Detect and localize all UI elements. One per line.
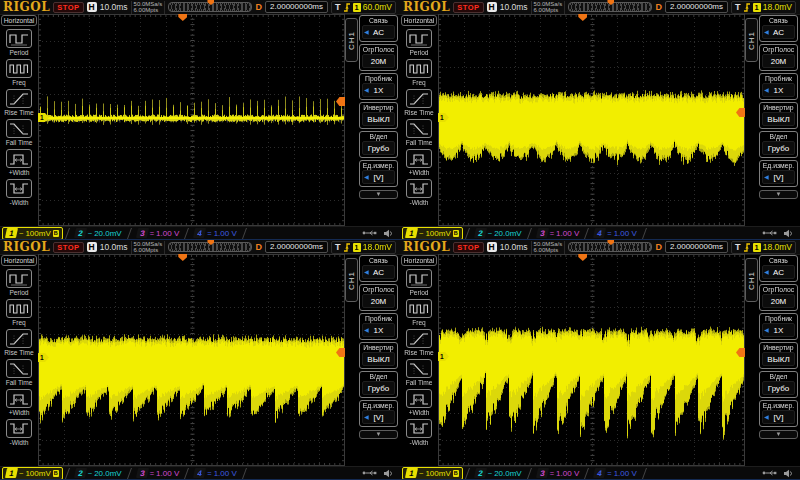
softkey-item[interactable]: Связь ◀ AC	[359, 255, 398, 282]
measurement-item[interactable]: Fall Time	[4, 359, 33, 386]
measurement-item[interactable]: Fall Time	[4, 119, 33, 146]
measurement-item[interactable]: Fall Time	[404, 119, 433, 146]
measurement-item[interactable]: Freq	[404, 299, 433, 326]
menu-more-indicator[interactable]: ▼	[359, 190, 398, 199]
softkey-value-text: Грубо	[368, 144, 389, 153]
trigger-delay-value[interactable]: 2.00000000ms	[265, 1, 328, 13]
trigger-info-block[interactable]: T 1 18.0mV	[731, 241, 796, 254]
softkey-item[interactable]: Инвертир ◀ ВЫКЛ	[759, 102, 798, 129]
menu-more-indicator[interactable]: ▼	[759, 430, 798, 439]
measurement-label: +Width	[409, 409, 430, 416]
run-status-badge[interactable]: STOP	[453, 2, 483, 13]
trigger-info-block[interactable]: T 1 18.0mV	[331, 241, 396, 254]
channel-block[interactable]: 2 ~ 20.0mV	[72, 228, 125, 239]
measurement-item[interactable]: Freq	[4, 59, 33, 86]
channel-block[interactable]: 1 ~ 100mV B	[2, 227, 63, 240]
menu-more-indicator[interactable]: ▼	[359, 430, 398, 439]
softkey-item[interactable]: ОгрПолос ◀ 20M	[359, 284, 398, 311]
tab-ch1[interactable]: CH1	[745, 18, 758, 62]
channel-block[interactable]: 1 ~ 100mV B	[402, 467, 463, 480]
measurement-item[interactable]: +Width	[4, 389, 33, 416]
softkey-item[interactable]: ОгрПолос ◀ 20M	[359, 44, 398, 71]
memory-position-bar[interactable]	[168, 2, 251, 12]
channel-block[interactable]: 4 = 1.00 V	[191, 228, 240, 239]
run-status-badge[interactable]: STOP	[453, 242, 483, 253]
softkey-item[interactable]: Пробник ◀ 1X	[759, 73, 798, 100]
channel-block[interactable]: 1 ~ 100mV B	[2, 467, 63, 480]
softkey-item[interactable]: Пробник ◀ 1X	[359, 313, 398, 340]
measurement-item[interactable]: +Width	[404, 389, 433, 416]
measurement-item[interactable]: Freq	[4, 299, 33, 326]
channel-block[interactable]: 4 = 1.00 V	[591, 228, 640, 239]
softkey-value: ◀ [V]	[362, 410, 395, 424]
memory-position-bar[interactable]	[568, 2, 651, 12]
memory-position-bar[interactable]	[568, 242, 651, 252]
measurement-item[interactable]: -Width	[4, 419, 33, 446]
softkey-item[interactable]: Пробник ◀ 1X	[759, 313, 798, 340]
measurement-item[interactable]: +Width	[404, 149, 433, 176]
channel-separator	[127, 468, 132, 479]
tab-ch1[interactable]: CH1	[745, 258, 758, 302]
measurement-item[interactable]: -Width	[404, 179, 433, 206]
softkey-item[interactable]: В/дел ◀ Грубо	[759, 371, 798, 398]
softkey-label: Связь	[360, 16, 397, 24]
memory-position-bar[interactable]	[168, 242, 251, 252]
softkey-item[interactable]: Пробник ◀ 1X	[359, 73, 398, 100]
channel-block[interactable]: 3 = 1.00 V	[534, 468, 583, 479]
measurement-item[interactable]: -Width	[4, 179, 33, 206]
trigger-info-block[interactable]: T 1 60.0mV	[331, 1, 396, 14]
softkey-item[interactable]: ОгрПолос ◀ 20M	[759, 284, 798, 311]
measurement-item[interactable]: Rise Time	[4, 329, 33, 356]
softkey-item[interactable]: Ед.измер. ◀ [V]	[359, 400, 398, 427]
softkey-item[interactable]: Связь ◀ AC	[759, 255, 798, 282]
trigger-delay-value[interactable]: 2.00000000ms	[665, 1, 728, 13]
softkey-item[interactable]: Инвертир ◀ ВЫКЛ	[359, 342, 398, 369]
measurement-item[interactable]: Period	[4, 269, 33, 296]
softkey-item[interactable]: В/дел ◀ Грубо	[359, 131, 398, 158]
softkey-item[interactable]: Инвертир ◀ ВЫКЛ	[759, 342, 798, 369]
trigger-info-block[interactable]: T 1 18.0mV	[731, 1, 796, 14]
measurement-item[interactable]: Rise Time	[404, 329, 433, 356]
measurement-item[interactable]: -Width	[404, 419, 433, 446]
trigger-delay-value[interactable]: 2.00000000ms	[265, 241, 328, 253]
softkey-item[interactable]: В/дел ◀ Грубо	[359, 371, 398, 398]
timebase-value[interactable]: 10.0ms	[100, 2, 128, 12]
channel-block[interactable]: 3 = 1.00 V	[134, 468, 183, 479]
timebase-value[interactable]: 10.0ms	[100, 242, 128, 252]
softkey-item[interactable]: Связь ◀ AC	[359, 15, 398, 42]
channel-block[interactable]: 1 ~ 100mV B	[402, 227, 463, 240]
softkey-item[interactable]: Инвертир ◀ ВЫКЛ	[359, 102, 398, 129]
softkey-item[interactable]: Связь ◀ AC	[759, 15, 798, 42]
softkey-item[interactable]: Ед.измер. ◀ [V]	[759, 160, 798, 187]
channel-block[interactable]: 2 ~ 20.0mV	[472, 468, 525, 479]
channel-block[interactable]: 2 ~ 20.0mV	[72, 468, 125, 479]
measurement-item[interactable]: +Width	[4, 149, 33, 176]
timebase-value[interactable]: 10.0ms	[500, 242, 528, 252]
softkey-item[interactable]: В/дел ◀ Грубо	[759, 131, 798, 158]
timebase-value[interactable]: 10.0ms	[500, 2, 528, 12]
measurement-item[interactable]: Freq	[404, 59, 433, 86]
trigger-delay-value[interactable]: 2.00000000ms	[665, 241, 728, 253]
channel-block[interactable]: 4 = 1.00 V	[191, 468, 240, 479]
channel-block[interactable]: 3 = 1.00 V	[534, 228, 583, 239]
measurement-label: Rise Time	[4, 109, 33, 116]
tab-ch1[interactable]: CH1	[345, 18, 358, 62]
measurement-item[interactable]: Rise Time	[4, 89, 33, 116]
softkey-item[interactable]: Ед.измер. ◀ [V]	[759, 400, 798, 427]
softkey-item[interactable]: Ед.измер. ◀ [V]	[359, 160, 398, 187]
delay-label: D	[656, 2, 663, 12]
measurement-item[interactable]: Period	[4, 29, 33, 56]
measurement-item[interactable]: Period	[404, 269, 433, 296]
measurement-label: +Width	[409, 169, 430, 176]
channel-block[interactable]: 3 = 1.00 V	[134, 228, 183, 239]
measurement-item[interactable]: Rise Time	[404, 89, 433, 116]
run-status-badge[interactable]: STOP	[53, 242, 83, 253]
measurement-item[interactable]: Period	[404, 29, 433, 56]
channel-block[interactable]: 4 = 1.00 V	[591, 468, 640, 479]
channel-block[interactable]: 2 ~ 20.0mV	[472, 228, 525, 239]
measurement-item[interactable]: Fall Time	[404, 359, 433, 386]
tab-ch1[interactable]: CH1	[345, 258, 358, 302]
softkey-item[interactable]: ОгрПолос ◀ 20M	[759, 44, 798, 71]
menu-more-indicator[interactable]: ▼	[759, 190, 798, 199]
run-status-badge[interactable]: STOP	[53, 2, 83, 13]
